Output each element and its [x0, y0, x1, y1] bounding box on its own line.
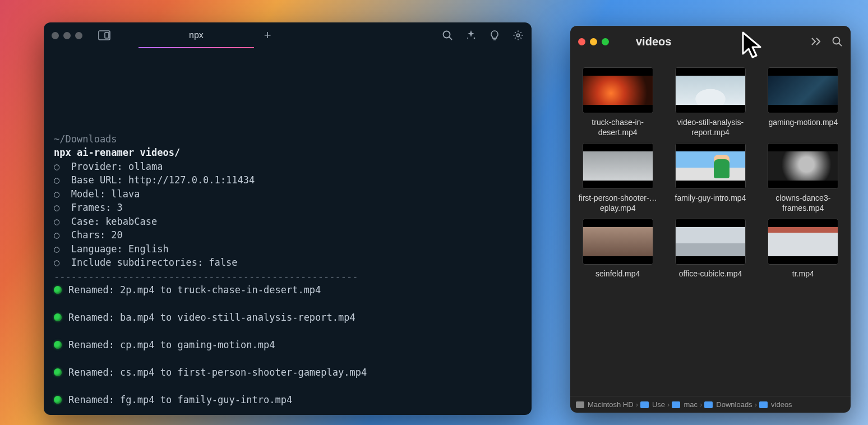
video-thumbnail [583, 67, 653, 113]
video-thumbnail [768, 219, 838, 265]
file-item[interactable]: truck-chase-in-desert.mp4 [574, 67, 662, 137]
file-name: family-guy-intro.mp4 [675, 193, 746, 204]
terminal-toolbar [442, 30, 524, 41]
video-thumbnail [768, 143, 838, 189]
file-item[interactable]: first-person-shooter-…eplay.mp4 [574, 143, 662, 213]
svg-point-6 [516, 34, 519, 36]
chevron-right-icon: › [667, 400, 670, 409]
file-item[interactable]: video-still-analysis-report.mp4 [666, 67, 754, 137]
ai-sparkle-icon[interactable] [465, 30, 477, 41]
video-thumbnail [675, 67, 746, 113]
finder-title: videos [636, 35, 802, 48]
config-line: Case: kebabCase [54, 216, 157, 227]
file-name: office-cubicle.mp4 [679, 269, 742, 279]
terminal-window: npx + ~/Downloads npx ai-renamer videos/… [44, 22, 532, 415]
lightbulb-icon[interactable] [489, 30, 500, 41]
path-segment[interactable]: Downloads [704, 400, 752, 409]
file-item[interactable]: seinfeld.mp4 [574, 219, 662, 279]
config-line: Base URL: http://127.0.0.1:11434 [54, 174, 255, 186]
video-thumbnail [675, 143, 746, 189]
file-name: tr.mp4 [792, 269, 814, 279]
config-line: Frames: 3 [54, 202, 123, 213]
disk-icon [576, 401, 584, 408]
chevron-right-icon: › [755, 400, 757, 409]
svg-point-7 [833, 38, 840, 44]
gear-icon[interactable] [513, 30, 524, 41]
minimize-button[interactable] [63, 32, 71, 39]
path-segment[interactable]: Macintosh HD [576, 400, 634, 409]
terminal-titlebar: npx + [44, 22, 532, 48]
file-name: truck-chase-in-desert.mp4 [576, 118, 660, 137]
file-item[interactable]: tr.mp4 [759, 219, 847, 279]
folder-icon [759, 401, 768, 408]
path-segment[interactable]: videos [759, 400, 792, 409]
video-thumbnail [583, 219, 653, 265]
file-name: clowns-dance3-frames.mp4 [761, 193, 845, 213]
video-thumbnail [768, 67, 838, 113]
terminal-tab-label: npx [189, 30, 204, 40]
svg-point-2 [444, 31, 450, 38]
chevron-double-right-icon[interactable] [810, 36, 821, 47]
path-segment[interactable]: mac [672, 400, 698, 409]
renamed-line: Renamed: ba.mp4 to video-still-analysis-… [54, 311, 521, 324]
svg-line-3 [449, 37, 452, 40]
config-line: Language: English [54, 243, 169, 255]
video-thumbnail [675, 219, 746, 265]
path-segment[interactable]: Use [640, 400, 665, 409]
renamed-line: Renamed: cp.mp4 to gaming-motion.mp4 [54, 338, 521, 352]
terminal-output[interactable]: ~/Downloads npx ai-renamer videos/ Provi… [44, 48, 532, 415]
config-line: Provider: ollama [54, 161, 163, 172]
file-name: gaming-motion.mp4 [768, 118, 838, 128]
terminal-tab[interactable]: npx [138, 22, 254, 48]
config-line: Include subdirectories: false [54, 257, 238, 268]
finder-titlebar: videos [570, 26, 851, 57]
video-thumbnail [583, 143, 653, 189]
folder-icon [640, 401, 649, 408]
maximize-button[interactable] [602, 38, 609, 45]
renamed-line: Renamed: 2p.mp4 to truck-chase-in-desert… [54, 283, 521, 297]
file-name: first-person-shooter-…eplay.mp4 [576, 193, 660, 213]
folder-icon [704, 401, 713, 408]
search-icon[interactable] [442, 30, 453, 41]
svg-point-4 [474, 38, 475, 39]
svg-rect-1 [105, 33, 109, 38]
file-name: video-still-analysis-report.mp4 [668, 118, 752, 137]
finder-icon-grid: truck-chase-in-desert.mp4 video-still-an… [570, 57, 851, 396]
maximize-button[interactable] [75, 32, 82, 39]
terminal-traffic-lights [52, 32, 82, 39]
svg-point-5 [467, 38, 468, 39]
file-item[interactable]: clowns-dance3-frames.mp4 [759, 143, 847, 213]
finder-traffic-lights [578, 38, 609, 45]
minimize-button[interactable] [590, 38, 597, 45]
search-icon[interactable] [832, 36, 843, 47]
chevron-right-icon: › [700, 400, 702, 409]
renamed-line: Renamed: fg.mp4 to family-guy-intro.mp4 [54, 393, 521, 406]
new-tab-button[interactable]: + [254, 28, 281, 43]
close-button[interactable] [52, 32, 59, 39]
finder-window: videos truck-chase-in-desert.mp4 video-s… [570, 26, 851, 413]
chevron-right-icon: › [636, 400, 638, 409]
file-name: seinfeld.mp4 [595, 269, 640, 279]
file-item[interactable]: office-cubicle.mp4 [666, 219, 754, 279]
close-button[interactable] [578, 38, 585, 45]
split-pane-icon[interactable] [98, 30, 110, 40]
file-item[interactable]: gaming-motion.mp4 [759, 67, 847, 137]
folder-icon [672, 401, 680, 408]
cwd-line: ~/Downloads [54, 133, 117, 145]
command-line: npx ai-renamer videos/ [54, 147, 180, 158]
file-item[interactable]: family-guy-intro.mp4 [666, 143, 754, 213]
finder-path-bar: Macintosh HD › Use › mac › Downloads › v… [570, 396, 851, 413]
svg-line-8 [839, 43, 842, 46]
divider-line: ----------------------------------------… [54, 271, 358, 282]
config-line: Model: llava [54, 188, 140, 200]
terminal-tabs: npx + [98, 22, 442, 48]
finder-toolbar [810, 36, 843, 47]
config-line: Chars: 20 [54, 229, 123, 241]
renamed-line: Renamed: cs.mp4 to first-person-shooter-… [54, 366, 521, 379]
